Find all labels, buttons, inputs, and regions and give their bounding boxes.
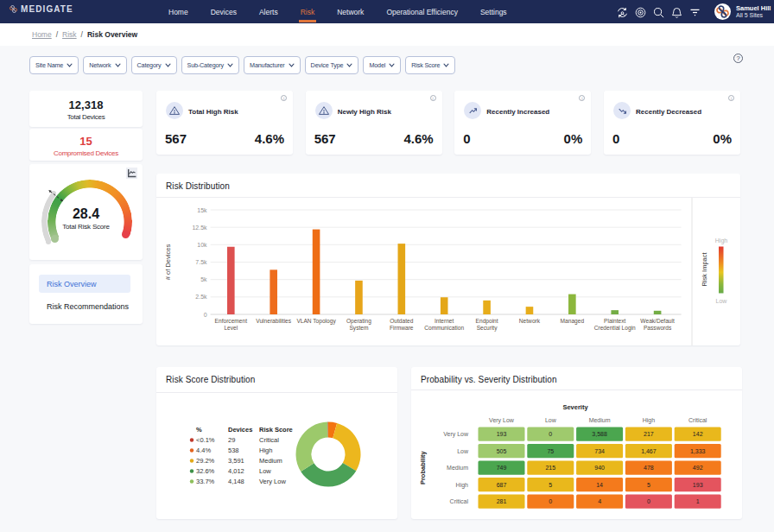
svg-text:Medium: Medium [589, 417, 611, 423]
svg-text:High: High [715, 238, 728, 244]
svg-text:4,148: 4,148 [228, 478, 244, 485]
svg-text:478: 478 [644, 465, 654, 471]
svg-text:193: 193 [497, 431, 507, 437]
svg-text:VLAN Topology: VLAN Topology [296, 318, 336, 325]
svg-text:Internet: Internet [435, 318, 454, 324]
svg-text:0: 0 [549, 498, 552, 504]
svg-text:Firmware: Firmware [390, 325, 414, 331]
svg-text:Risk Score: Risk Score [259, 426, 293, 434]
svg-text:0: 0 [549, 431, 552, 437]
svg-text:10k: 10k [197, 242, 207, 248]
svg-text:215: 215 [545, 465, 555, 471]
svg-text:281: 281 [497, 498, 507, 504]
svg-text:%: % [196, 426, 202, 434]
svg-text:Enforcement: Enforcement [215, 318, 248, 324]
svg-text:Low: Low [545, 417, 557, 423]
svg-text:14: 14 [596, 482, 603, 488]
svg-text:Plaintext: Plaintext [604, 318, 625, 324]
svg-text:Passwords: Passwords [644, 325, 672, 331]
svg-text:Very Low: Very Low [259, 478, 286, 485]
svg-text:193: 193 [693, 482, 703, 488]
svg-text:3,591: 3,591 [228, 457, 244, 465]
svg-text:734: 734 [594, 448, 605, 454]
svg-text:217: 217 [644, 431, 654, 437]
svg-text:29: 29 [228, 436, 235, 444]
svg-text:4,012: 4,012 [228, 467, 244, 475]
svg-text:142: 142 [693, 431, 703, 437]
svg-text:Severity: Severity [562, 403, 588, 411]
svg-text:33.7%: 33.7% [196, 478, 215, 485]
svg-text:32.6%: 32.6% [196, 467, 215, 475]
svg-text:Level: Level [224, 325, 238, 331]
svg-text:Devices: Devices [228, 426, 252, 434]
svg-text:4: 4 [598, 498, 601, 504]
svg-text:492: 492 [693, 465, 703, 471]
svg-text:1: 1 [696, 498, 700, 504]
svg-text:Vulnerabilities: Vulnerabilities [256, 318, 292, 324]
svg-text:538: 538 [228, 446, 239, 454]
svg-text:3,588: 3,588 [592, 431, 607, 437]
svg-text:5: 5 [647, 482, 650, 488]
svg-text:Low: Low [259, 467, 271, 475]
svg-text:Probability: Probability [419, 450, 427, 484]
svg-text:29.2%: 29.2% [196, 457, 215, 465]
svg-text:Low: Low [457, 448, 469, 454]
svg-text:749: 749 [497, 465, 507, 471]
svg-text:15k: 15k [197, 207, 207, 213]
svg-text:Very Low: Very Low [443, 431, 469, 438]
svg-text:Communication: Communication [424, 325, 464, 331]
svg-text:5: 5 [549, 482, 552, 488]
svg-text:Outdated: Outdated [390, 318, 413, 324]
svg-text:Low: Low [716, 298, 728, 304]
svg-text:High: High [643, 417, 656, 424]
svg-text:2.5k: 2.5k [195, 294, 207, 300]
svg-text:Very Low: Very Low [489, 417, 515, 424]
svg-text:Network: Network [519, 318, 541, 324]
svg-text:# of Devices: # of Devices [164, 244, 172, 281]
svg-text:<0.1%: <0.1% [196, 436, 215, 444]
svg-text:12.5k: 12.5k [192, 225, 207, 231]
svg-text:High: High [456, 482, 469, 489]
svg-text:0: 0 [647, 498, 650, 504]
svg-text:Risk Impact: Risk Impact [701, 252, 708, 287]
svg-text:Weak/Default: Weak/Default [640, 318, 675, 324]
svg-text:High: High [259, 446, 272, 454]
svg-text:Critical: Critical [450, 498, 469, 504]
svg-text:75: 75 [547, 448, 554, 454]
svg-text:Operating: Operating [346, 318, 371, 325]
svg-text:7.5k: 7.5k [195, 259, 207, 265]
svg-text:Endpoint: Endpoint [476, 318, 498, 325]
svg-text:1,467: 1,467 [641, 448, 657, 454]
svg-text:Critical: Critical [259, 436, 279, 444]
svg-text:0: 0 [204, 312, 207, 318]
svg-text:Medium: Medium [259, 457, 282, 465]
svg-text:5k: 5k [200, 276, 207, 282]
svg-text:Managed: Managed [561, 318, 585, 325]
svg-text:505: 505 [497, 448, 507, 454]
svg-text:Credential Login: Credential Login [594, 325, 636, 332]
svg-text:687: 687 [497, 482, 507, 488]
svg-text:1,333: 1,333 [690, 448, 706, 454]
svg-text:Critical: Critical [688, 417, 707, 423]
svg-text:Medium: Medium [447, 465, 468, 471]
svg-text:System: System [349, 325, 368, 332]
svg-text:Security: Security [477, 325, 498, 332]
svg-text:940: 940 [594, 465, 605, 471]
svg-text:4.4%: 4.4% [196, 446, 211, 454]
